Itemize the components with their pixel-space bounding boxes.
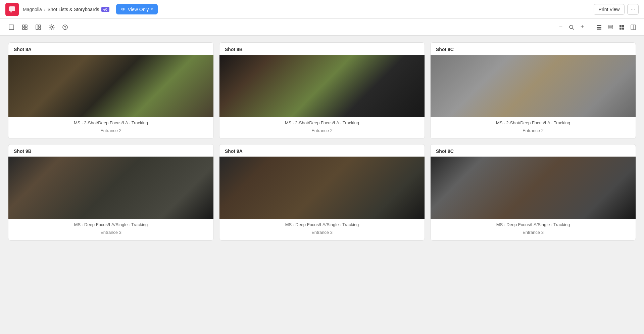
svg-rect-2 <box>9 25 14 30</box>
zoom-out-button[interactable]: − <box>556 23 565 32</box>
shot-scene: Entrance 3 <box>431 228 636 235</box>
shot-title: Shot 9C <box>431 144 636 157</box>
eye-icon: 👁 <box>121 6 126 12</box>
grid-tool-button[interactable] <box>19 21 31 33</box>
svg-rect-3 <box>22 25 24 27</box>
svg-line-14 <box>573 28 574 30</box>
shot-card-shot-9b[interactable]: Shot 9B MS · Deep Focus/LA/Single · Trac… <box>8 144 214 241</box>
shot-meta: MS · Deep Focus/LA/Single · Tracking <box>8 219 213 228</box>
shot-still <box>8 55 213 117</box>
shot-meta: MS · Deep Focus/LA/Single · Tracking <box>431 219 636 228</box>
print-view-button[interactable]: Print View <box>594 4 625 15</box>
main-content: Shot 8A MS · 2-Shot/Deep Focus/LA · Trac… <box>0 36 644 334</box>
top-bar: Magnolia › Shot Lists & Storyboards v0 👁… <box>0 0 644 19</box>
shot-scene: Entrance 2 <box>431 127 636 133</box>
shot-still <box>219 157 425 219</box>
shot-title: Shot 8C <box>431 43 636 55</box>
list-view-button[interactable] <box>594 22 604 33</box>
chevron-down-icon: ▾ <box>151 7 153 11</box>
tool-bar: ? − + <box>0 19 644 36</box>
grid-view-button[interactable] <box>616 22 627 33</box>
shot-still <box>431 157 636 219</box>
shot-meta: MS · Deep Focus/LA/Single · Tracking <box>219 219 425 228</box>
zoom-in-button[interactable]: + <box>578 23 587 32</box>
frame-tool-button[interactable] <box>5 21 17 33</box>
svg-rect-20 <box>620 25 622 27</box>
logo-button[interactable] <box>5 3 19 16</box>
svg-point-10 <box>51 26 53 28</box>
shot-scene: Entrance 2 <box>219 127 425 133</box>
shot-title: Shot 9A <box>219 144 425 157</box>
more-options-button[interactable]: ··· <box>627 4 639 15</box>
svg-rect-19 <box>608 28 613 29</box>
zoom-controls: − + <box>556 23 587 32</box>
svg-rect-9 <box>39 28 41 30</box>
help-tool-button[interactable]: ? <box>59 21 71 33</box>
plus-icon: + <box>581 24 584 31</box>
svg-rect-7 <box>36 25 38 30</box>
shot-image-container <box>219 55 425 117</box>
breadcrumb-root[interactable]: Magnolia <box>23 7 42 12</box>
shot-meta: MS · 2-Shot/Deep Focus/LA · Tracking <box>219 117 425 127</box>
breadcrumb-current[interactable]: Shot Lists & Storyboards <box>48 7 99 12</box>
svg-rect-8 <box>39 25 41 27</box>
svg-rect-22 <box>620 28 622 30</box>
shot-title: Shot 8A <box>8 43 213 55</box>
svg-rect-4 <box>25 25 27 27</box>
shot-scene: Entrance 3 <box>8 228 213 235</box>
svg-rect-1 <box>10 11 12 12</box>
svg-rect-6 <box>25 28 27 30</box>
shot-meta: MS · 2-Shot/Deep Focus/LA · Tracking <box>431 117 636 127</box>
shot-still <box>8 157 213 219</box>
shot-image-container <box>8 157 213 219</box>
svg-rect-5 <box>22 28 24 30</box>
shots-grid: Shot 8A MS · 2-Shot/Deep Focus/LA · Trac… <box>8 42 636 241</box>
settings-tool-button[interactable] <box>46 21 58 33</box>
breadcrumb-separator: › <box>44 7 46 12</box>
shot-still <box>219 55 425 117</box>
breadcrumb: Magnolia › Shot Lists & Storyboards v0 <box>23 7 109 12</box>
row-view-button[interactable] <box>605 22 616 33</box>
shot-card-shot-9a[interactable]: Shot 9A MS · Deep Focus/LA/Single · Trac… <box>219 144 425 241</box>
top-bar-right: Print View ··· <box>594 4 639 15</box>
shot-title: Shot 8B <box>219 43 425 55</box>
panel-view-button[interactable] <box>628 22 639 33</box>
shot-card-shot-8b[interactable]: Shot 8B MS · 2-Shot/Deep Focus/LA · Trac… <box>219 42 425 139</box>
svg-rect-18 <box>608 25 613 27</box>
svg-rect-15 <box>597 25 601 26</box>
svg-rect-17 <box>597 29 601 30</box>
shot-title: Shot 9B <box>8 144 213 157</box>
view-only-label: View Only <box>128 7 149 12</box>
svg-rect-16 <box>597 27 601 28</box>
shot-image-container <box>431 157 636 219</box>
shot-card-shot-9c[interactable]: Shot 9C MS · Deep Focus/LA/Single · Trac… <box>430 144 636 241</box>
shot-meta: MS · 2-Shot/Deep Focus/LA · Tracking <box>8 117 213 127</box>
shot-scene: Entrance 3 <box>219 228 425 235</box>
svg-rect-23 <box>622 28 624 30</box>
view-only-button[interactable]: 👁 View Only ▾ <box>116 4 158 14</box>
svg-text:?: ? <box>64 25 66 29</box>
shot-card-shot-8c[interactable]: Shot 8C MS · 2-Shot/Deep Focus/LA · Trac… <box>430 42 636 139</box>
shot-image-container <box>431 55 636 117</box>
shot-image-container <box>219 157 425 219</box>
minus-icon: − <box>559 24 563 31</box>
shot-still <box>431 55 636 117</box>
shot-scene: Entrance 2 <box>8 127 213 133</box>
shot-image-container <box>8 55 213 117</box>
svg-rect-21 <box>622 25 624 27</box>
svg-rect-0 <box>9 6 15 11</box>
zoom-fit-button[interactable] <box>567 23 576 32</box>
shot-card-shot-8a[interactable]: Shot 8A MS · 2-Shot/Deep Focus/LA · Trac… <box>8 42 214 139</box>
version-badge: v0 <box>101 7 109 12</box>
layout-tool-button[interactable] <box>32 21 44 33</box>
view-mode-buttons <box>594 22 639 33</box>
